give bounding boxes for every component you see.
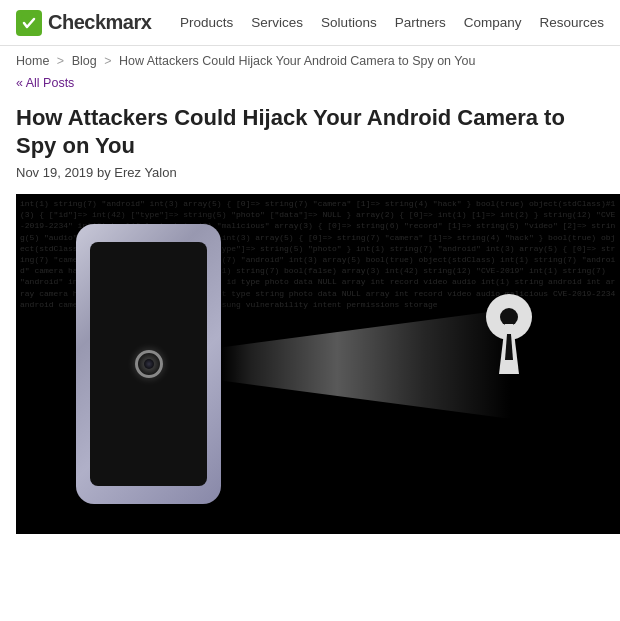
breadcrumb-home[interactable]: Home (16, 54, 49, 68)
nav-item-company[interactable]: Company (464, 15, 522, 30)
nav-item-solutions[interactable]: Solutions (321, 15, 377, 30)
phone-camera (135, 350, 163, 378)
logo[interactable]: Checkmarx (16, 10, 151, 36)
logo-text: Checkmarx (48, 11, 151, 34)
keyhole-icon (474, 294, 544, 384)
nav-item-services[interactable]: Services (251, 15, 303, 30)
nav-item-partners[interactable]: Partners (395, 15, 446, 30)
breadcrumb: Home > Blog > How Attackers Could Hijack… (0, 46, 620, 72)
main-nav: Products Services Solutions Partners Com… (180, 15, 604, 30)
breadcrumb-sep-2: > (104, 54, 111, 68)
nav-item-resources[interactable]: Resources (539, 15, 604, 30)
hero-image: int(1) string(7) "android" int(3) array(… (16, 194, 620, 534)
article-title: How Attackers Could Hijack Your Android … (16, 104, 604, 159)
all-posts-section: « All Posts (0, 72, 620, 98)
phone-body (76, 224, 221, 504)
breadcrumb-current: How Attackers Could Hijack Your Android … (119, 54, 475, 68)
article-header: How Attackers Could Hijack Your Android … (0, 98, 620, 194)
logo-icon (16, 10, 42, 36)
article-meta: Nov 19, 2019 by Erez Yalon (16, 165, 604, 180)
site-header: Checkmarx Products Services Solutions Pa… (0, 0, 620, 46)
breadcrumb-blog[interactable]: Blog (72, 54, 97, 68)
breadcrumb-sep-1: > (57, 54, 64, 68)
nav-item-products[interactable]: Products (180, 15, 233, 30)
all-posts-link[interactable]: « All Posts (16, 76, 74, 90)
